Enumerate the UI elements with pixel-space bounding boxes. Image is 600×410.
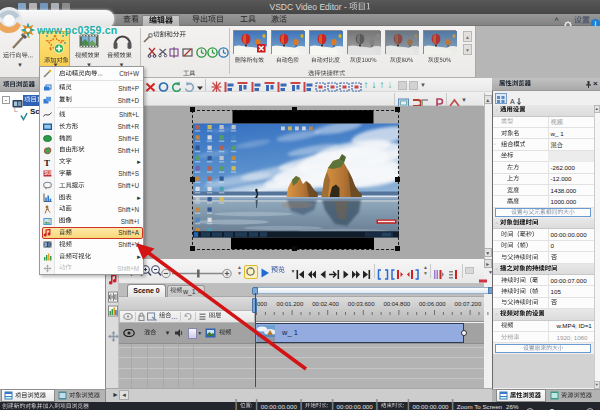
svg-text:00:07.200: 00:07.200 xyxy=(455,301,482,307)
svg-text:SUB: SUB xyxy=(44,172,52,177)
svg-text:00:03.600: 00:03.600 xyxy=(348,301,375,307)
svg-text:00:01.200: 00:01.200 xyxy=(277,301,304,307)
svg-text:00:06.000: 00:06.000 xyxy=(419,301,446,307)
svg-text:A: A xyxy=(510,98,515,105)
svg-text:00:04.800: 00:04.800 xyxy=(383,301,410,307)
svg-text:T: T xyxy=(44,158,50,167)
svg-text:000: 000 xyxy=(257,301,268,307)
svg-text:00:02.400: 00:02.400 xyxy=(312,301,339,307)
